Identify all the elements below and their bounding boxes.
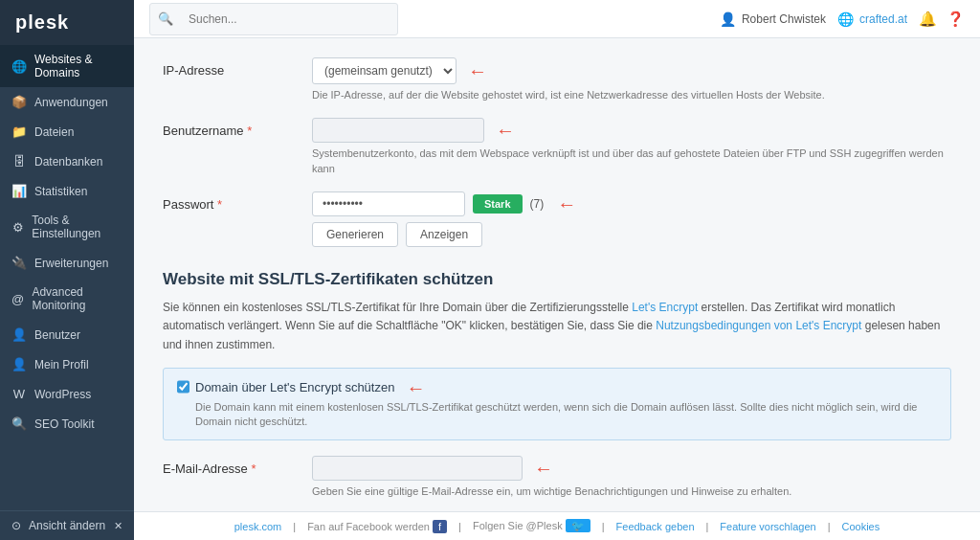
user-icon: 👤 xyxy=(720,11,736,27)
lets-encrypt-link[interactable]: Let's Encrypt xyxy=(632,301,698,314)
sidebar-item-websites[interactable]: 🌐 Websites & Domains xyxy=(0,45,134,87)
sidebar: plesk 🌐 Websites & Domains 📦 Anwendungen… xyxy=(0,0,134,540)
close-icon: ✕ xyxy=(114,520,122,532)
monitoring-icon: @ xyxy=(11,292,24,306)
sidebar-item-monitoring[interactable]: @ Advanced Monitoring xyxy=(0,278,134,320)
sidebar-item-label: WordPress xyxy=(34,388,91,401)
sidebar-item-benutzer[interactable]: 👤 Benutzer xyxy=(0,320,134,349)
footer-fb-wrap: Fan auf Facebook werden f xyxy=(307,521,447,532)
domain-link[interactable]: crafted.at xyxy=(859,12,907,26)
tools-icon: ⚙ xyxy=(11,220,24,235)
help-icon[interactable]: ❓ xyxy=(947,11,965,28)
sidebar-item-label: SEO Toolkit xyxy=(34,417,94,431)
username-row: Benutzername * ← Systembenutzerkonto, da… xyxy=(163,118,951,176)
erweiterungen-icon: 🔌 xyxy=(11,256,27,270)
email-field-wrap: ← Geben Sie eine gültige E-Mail-Adresse … xyxy=(312,456,951,499)
sidebar-item-label: Mein Profil xyxy=(34,358,89,371)
search-icon: 🔍 xyxy=(158,11,173,26)
generate-button[interactable]: Generieren xyxy=(312,222,398,247)
anwendungen-icon: 📦 xyxy=(11,95,27,109)
password-arrow-indicator: ← xyxy=(557,194,576,214)
ssl-section-title: Website mit SSL/TLS-Zertifikaten schütze… xyxy=(163,270,951,289)
twitter-icon[interactable]: 🐦 xyxy=(566,519,590,532)
email-arrow-indicator: ← xyxy=(534,459,553,478)
notification-icon[interactable]: 🔔 xyxy=(919,11,937,28)
datenbanken-icon: 🗄 xyxy=(11,154,27,169)
username-required-star: * xyxy=(247,124,252,138)
sidebar-item-label: Websites & Domains xyxy=(34,53,122,79)
ip-row: IP-Adresse (gemeinsam genutzt) ← Die IP-… xyxy=(163,57,951,102)
footer-separator4: | xyxy=(706,521,709,532)
footer-tw-wrap: Folgen Sie @Plesk 🐦 xyxy=(473,520,590,532)
websites-icon: 🌐 xyxy=(11,59,27,74)
topbar: 🔍 👤 Robert Chwistek 🌐 crafted.at 🔔 ❓ xyxy=(134,0,980,38)
password-label: Passwort * xyxy=(163,191,297,212)
username-field: ← Systembenutzerkonto, das mit dem Websp… xyxy=(312,118,951,176)
show-button[interactable]: Anzeigen xyxy=(406,222,482,247)
email-hint: Geben Sie eine gültige E-Mail-Adresse ei… xyxy=(312,484,951,499)
strength-num: (7) xyxy=(530,197,545,211)
sidebar-item-label: Dateien xyxy=(34,125,74,139)
footer-feature-link[interactable]: Feature vorschlagen xyxy=(720,521,815,532)
sidebar-item-label: Erweiterungen xyxy=(34,257,108,270)
email-input[interactable] xyxy=(312,456,523,481)
statistiken-icon: 📊 xyxy=(11,184,27,198)
view-change-label: Ansicht ändern xyxy=(29,519,105,532)
email-required-star: * xyxy=(251,461,256,476)
ip-field: (gemeinsam genutzt) ← Die IP-Adresse, au… xyxy=(312,57,951,102)
search-input[interactable] xyxy=(179,8,390,31)
username-input[interactable] xyxy=(312,118,484,143)
lets-encrypt-checkbox-label: Domain über Let's Encrypt schützen xyxy=(195,380,394,394)
sidebar-item-profil[interactable]: 👤 Mein Profil xyxy=(0,349,134,379)
lets-encrypt-checkbox-row: Domain über Let's Encrypt schützen ← Die… xyxy=(163,368,951,440)
sidebar-item-datenbanken[interactable]: 🗄 Datenbanken xyxy=(0,146,134,176)
password-required-star: * xyxy=(217,197,222,212)
sidebar-item-dateien[interactable]: 📁 Dateien xyxy=(0,117,134,146)
ip-arrow-indicator: ← xyxy=(468,61,487,80)
view-change-button[interactable]: ⊙ Ansicht ändern ✕ xyxy=(0,510,134,540)
sidebar-item-label: Tools & Einstellungen xyxy=(32,214,122,240)
ip-label: IP-Adresse xyxy=(163,57,297,78)
password-input[interactable] xyxy=(312,191,465,216)
lets-encrypt-arrow-indicator: ← xyxy=(406,378,425,397)
logo: plesk xyxy=(0,0,134,45)
footer-separator3: | xyxy=(602,521,605,532)
facebook-icon[interactable]: f xyxy=(433,520,447,533)
footer-cookies-link[interactable]: Cookies xyxy=(842,521,880,532)
user-info: 👤 Robert Chwistek xyxy=(720,11,826,27)
lets-encrypt-checkbox[interactable] xyxy=(177,380,189,394)
ip-select[interactable]: (gemeinsam genutzt) xyxy=(312,57,457,84)
footer-separator: | xyxy=(293,521,296,532)
sidebar-item-label: Datenbanken xyxy=(34,155,102,169)
sidebar-item-label: Statistiken xyxy=(34,185,87,198)
top-icons: 🔔 ❓ xyxy=(919,11,965,28)
sidebar-item-seo[interactable]: 🔍 SEO Toolkit xyxy=(0,409,134,439)
sidebar-item-statistiken[interactable]: 📊 Statistiken xyxy=(0,176,134,206)
username-label: Benutzername * xyxy=(163,118,297,138)
username-hint: Systembenutzerkonto, das mit dem Webspac… xyxy=(312,146,951,176)
password-row: Passwort * Stark (7) ← Generieren Anzeig… xyxy=(163,191,951,255)
username-arrow-indicator: ← xyxy=(496,121,515,140)
footer-feedback-link[interactable]: Feedback geben xyxy=(616,521,695,532)
benutzer-icon: 👤 xyxy=(11,327,27,342)
profil-icon: 👤 xyxy=(11,357,27,371)
dateien-icon: 📁 xyxy=(11,124,27,139)
ssl-description: Sie können ein kostenloses SSL/TLS-Zerti… xyxy=(163,299,951,354)
nutzungsbedingungen-link[interactable]: Nutzungsbedingungen von Let's Encrypt xyxy=(656,319,861,332)
content-area: IP-Adresse (gemeinsam genutzt) ← Die IP-… xyxy=(134,38,980,511)
search-wrap[interactable]: 🔍 xyxy=(149,3,398,35)
sidebar-item-label: Anwendungen xyxy=(34,96,108,109)
footer-separator5: | xyxy=(828,521,831,532)
footer-plesk-link[interactable]: plesk.com xyxy=(234,521,282,532)
domain-info: 🌐 crafted.at xyxy=(837,11,907,27)
footer: plesk.com | Fan auf Facebook werden f | … xyxy=(134,511,980,540)
sidebar-item-erweiterungen[interactable]: 🔌 Erweiterungen xyxy=(0,248,134,278)
wordpress-icon: W xyxy=(11,387,27,401)
lets-encrypt-checkbox-hint: Die Domain kann mit einem kostenlosen SS… xyxy=(195,400,937,430)
sidebar-item-wordpress[interactable]: W WordPress xyxy=(0,379,134,409)
password-field: Stark (7) ← Generieren Anzeigen xyxy=(312,191,951,255)
sidebar-item-anwendungen[interactable]: 📦 Anwendungen xyxy=(0,87,134,117)
user-name: Robert Chwistek xyxy=(742,12,826,26)
view-change-icon: ⊙ xyxy=(11,519,21,532)
sidebar-item-tools[interactable]: ⚙ Tools & Einstellungen xyxy=(0,206,134,248)
